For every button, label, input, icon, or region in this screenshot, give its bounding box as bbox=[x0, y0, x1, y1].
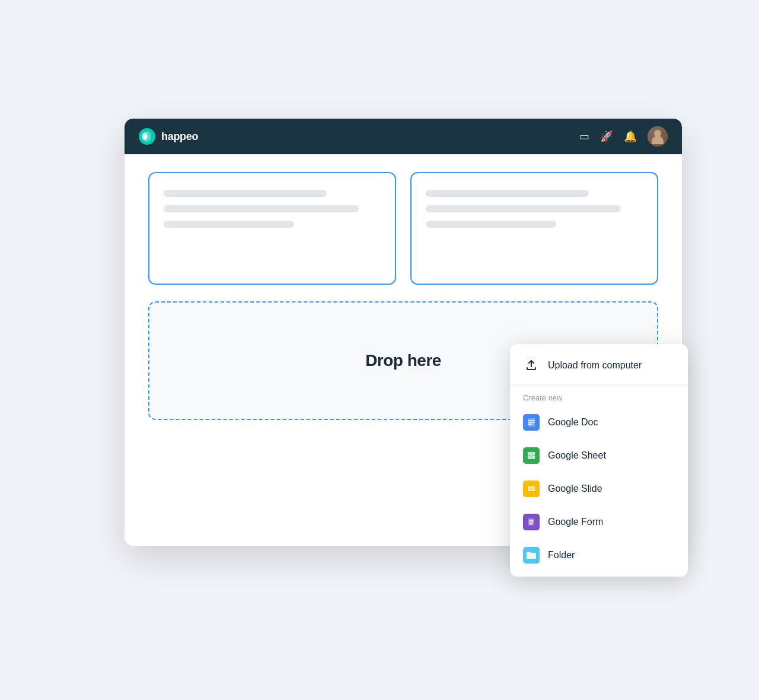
google-doc-label: Google Doc bbox=[548, 417, 598, 428]
google-form-item[interactable]: Google Form bbox=[510, 505, 688, 539]
logo-text: happeo bbox=[161, 131, 198, 143]
cards-row bbox=[148, 172, 658, 285]
google-form-icon bbox=[523, 514, 540, 530]
card-1 bbox=[148, 172, 396, 285]
topbar: happeo ▭ 🚀 🔔 bbox=[125, 119, 682, 154]
topbar-icons: ▭ 🚀 🔔 bbox=[579, 126, 668, 147]
create-new-label: Create new bbox=[510, 387, 688, 406]
card-line bbox=[164, 205, 359, 212]
google-form-label: Google Form bbox=[548, 517, 603, 527]
menu-divider bbox=[510, 384, 688, 385]
bell-icon[interactable]: 🔔 bbox=[624, 130, 637, 143]
upload-label: Upload from computer bbox=[548, 360, 642, 371]
pages-icon[interactable]: ▭ bbox=[579, 130, 589, 143]
avatar[interactable] bbox=[648, 126, 668, 147]
drop-text: Drop here bbox=[365, 351, 441, 370]
google-slide-item[interactable]: Google Slide bbox=[510, 472, 688, 505]
logo-area: happeo bbox=[139, 128, 198, 145]
scene: happeo ▭ 🚀 🔔 bbox=[89, 83, 670, 617]
upload-from-computer-item[interactable]: Upload from computer bbox=[510, 349, 688, 382]
google-slide-icon bbox=[523, 481, 540, 497]
folder-icon bbox=[523, 547, 540, 564]
svg-rect-10 bbox=[529, 488, 534, 490]
svg-point-3 bbox=[142, 134, 147, 139]
happeo-logo-icon bbox=[139, 128, 155, 145]
upload-icon bbox=[523, 357, 540, 374]
svg-rect-7 bbox=[528, 456, 531, 459]
dropdown-menu: Upload from computer Create new Google D… bbox=[510, 344, 688, 577]
google-doc-item[interactable]: Google Doc bbox=[510, 406, 688, 439]
avatar-image bbox=[648, 126, 668, 147]
google-sheet-icon bbox=[523, 447, 540, 464]
card-line bbox=[426, 205, 621, 212]
google-slide-label: Google Slide bbox=[548, 483, 602, 494]
svg-rect-5 bbox=[528, 452, 531, 455]
google-sheet-item[interactable]: Google Sheet bbox=[510, 439, 688, 472]
rocket-icon[interactable]: 🚀 bbox=[600, 130, 613, 143]
svg-rect-6 bbox=[532, 452, 535, 455]
folder-item[interactable]: Folder bbox=[510, 539, 688, 572]
card-line bbox=[426, 221, 556, 228]
google-doc-icon bbox=[523, 414, 540, 431]
card-2 bbox=[410, 172, 658, 285]
card-line bbox=[164, 221, 294, 228]
card-line bbox=[426, 190, 589, 197]
folder-label: Folder bbox=[548, 550, 575, 561]
svg-rect-8 bbox=[532, 456, 535, 459]
google-sheet-label: Google Sheet bbox=[548, 450, 606, 461]
card-line bbox=[164, 190, 327, 197]
